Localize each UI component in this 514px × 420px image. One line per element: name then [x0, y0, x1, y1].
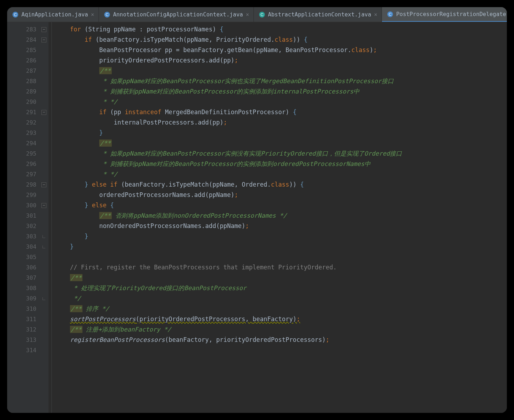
fold-column: −−−−− [39, 22, 49, 413]
code-line: /** 否则将ppName添加到nonOrderedPostProcessorN… [70, 211, 507, 221]
class-c-icon: C [387, 11, 393, 17]
code-line: * */ [70, 97, 507, 107]
fold-marker[interactable]: − [39, 179, 49, 190]
line-number: 303 [7, 231, 36, 242]
fold-marker [39, 283, 49, 293]
code-line: internalPostProcessors.add(pp); [70, 117, 507, 128]
close-icon[interactable]: × [91, 11, 94, 18]
svg-text:C: C [389, 12, 392, 16]
line-number: 289 [7, 86, 36, 97]
line-number: 291 [7, 107, 36, 117]
class-c-icon: C [12, 11, 19, 18]
editor-tab-1[interactable]: CAnnotationConfigApplicationContext.java… [99, 7, 254, 22]
editor-tab-3[interactable]: CPostProcessorRegistrationDelegate.java× [382, 7, 507, 22]
fold-marker [39, 190, 49, 200]
line-number: 313 [7, 335, 36, 345]
line-number: 292 [7, 117, 36, 128]
line-number: 296 [7, 159, 36, 169]
line-number: 302 [7, 221, 36, 231]
fold-marker [39, 128, 49, 138]
code-line: /** 注册+添加到beanFactory */ [70, 324, 507, 335]
code-line: * 如果ppName对应的BeanPostProcessor实例也实现了Merg… [70, 76, 507, 86]
line-number: 312 [7, 324, 36, 335]
code-line: * 处理实现了PriorityOrdered接口的BeanPostProcess… [70, 283, 507, 293]
fold-marker [39, 66, 49, 76]
line-number: 311 [7, 314, 36, 324]
fold-marker [39, 314, 49, 324]
fold-marker[interactable] [39, 231, 49, 242]
fold-marker[interactable]: − [39, 35, 49, 45]
fold-marker [39, 169, 49, 179]
tab-label: AbstractApplicationContext.java [268, 11, 371, 18]
line-number: 301 [7, 211, 36, 221]
code-content[interactable]: for (String ppName : postProcessorNames)… [70, 22, 507, 413]
editor-tab-0[interactable]: CAqinApplication.java× [7, 7, 99, 22]
fold-marker[interactable]: − [39, 24, 49, 35]
class-c-icon: C [104, 11, 110, 18]
fold-marker [39, 76, 49, 86]
code-line: // First, register the BeanPostProcessor… [70, 262, 507, 273]
line-number: 310 [7, 304, 36, 314]
code-line: /** [70, 138, 507, 148]
line-number-gutter: 2832842852862872882892902912922932942952… [7, 22, 39, 413]
fold-marker [39, 252, 49, 262]
line-number: 288 [7, 76, 36, 86]
code-line: /** [70, 273, 507, 283]
tab-label: AnnotationConfigApplicationContext.java [113, 11, 243, 18]
fold-marker[interactable]: − [39, 200, 49, 211]
code-line: * 则捕获到ppName对应的BeanPostProcessor的实例添加到or… [70, 159, 507, 169]
line-number: 283 [7, 24, 36, 35]
line-number: 284 [7, 35, 36, 45]
line-number: 309 [7, 293, 36, 304]
code-line: } [70, 242, 507, 252]
line-number: 295 [7, 148, 36, 159]
line-number: 308 [7, 283, 36, 293]
line-number: 297 [7, 169, 36, 179]
tab-bar: CAqinApplication.java×CAnnotationConfigA… [7, 7, 507, 22]
fold-marker [39, 262, 49, 273]
line-number: 314 [7, 345, 36, 355]
code-line: } [70, 231, 507, 242]
close-icon[interactable]: × [374, 11, 377, 18]
code-line: * 如果ppName对应的BeanPostProcessor实例没有实现Prio… [70, 148, 507, 159]
line-number: 285 [7, 45, 36, 55]
code-line: } else { [70, 200, 507, 211]
code-line: for (String ppName : postProcessorNames)… [70, 24, 507, 35]
code-line [70, 252, 507, 262]
code-line: /** [70, 66, 507, 76]
fold-marker [39, 159, 49, 169]
interface-c-icon: C [259, 11, 265, 18]
line-number: 294 [7, 138, 36, 148]
fold-marker[interactable] [39, 293, 49, 304]
fold-marker [39, 45, 49, 55]
code-line: registerBeanPostProcessors(beanFactory, … [70, 335, 507, 345]
close-icon[interactable]: × [246, 11, 249, 18]
fold-marker [39, 221, 49, 231]
code-line: */ [70, 293, 507, 304]
code-line: /** 排序 */ [70, 304, 507, 314]
code-line: * 则捕获到ppName对应的BeanPostProcessor的实例添加到in… [70, 86, 507, 97]
svg-text:C: C [106, 12, 109, 17]
line-number: 287 [7, 66, 36, 76]
line-number: 304 [7, 242, 36, 252]
fold-marker[interactable]: − [39, 107, 49, 117]
code-line: * */ [70, 169, 507, 179]
editor-tab-2[interactable]: CAbstractApplicationContext.java× [254, 7, 382, 22]
fold-marker [39, 273, 49, 283]
fold-marker [39, 55, 49, 66]
line-number: 286 [7, 55, 36, 66]
fold-marker [39, 148, 49, 159]
fold-marker [39, 345, 49, 355]
svg-text:C: C [261, 12, 263, 17]
code-line: orderedPostProcessorNames.add(ppName); [70, 190, 507, 200]
fold-marker [39, 138, 49, 148]
fold-marker[interactable] [39, 242, 49, 252]
line-number: 300 [7, 200, 36, 211]
fold-marker [39, 117, 49, 128]
line-number: 299 [7, 190, 36, 200]
code-line: } else if (beanFactory.isTypeMatch(ppNam… [70, 179, 507, 190]
code-line: nonOrderedPostProcessorNames.add(ppName)… [70, 221, 507, 231]
indent-guide-column [49, 22, 70, 413]
code-line: if (pp instanceof MergedBeanDefinitionPo… [70, 107, 507, 117]
fold-marker [39, 97, 49, 107]
